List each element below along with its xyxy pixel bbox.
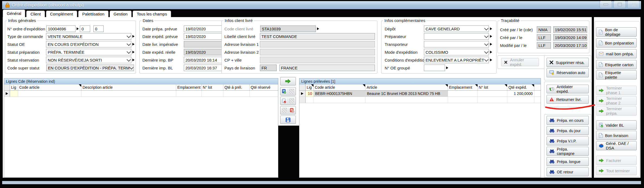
tab-client[interactable]: Client [26, 11, 45, 17]
green-arrow-right-icon [599, 99, 604, 103]
lookup-arrow-icon[interactable] [490, 59, 492, 61]
etiquette-carton-button[interactable]: Etiquette carton [596, 60, 637, 69]
col-emplacement[interactable]: Emplacement [448, 84, 478, 90]
table-row-empty[interactable] [299, 97, 541, 103]
depot-select[interactable]: CAVE GENELARD [424, 26, 489, 32]
lookup-arrow-icon[interactable] [490, 43, 492, 46]
cell-num-lot[interactable] [478, 91, 507, 97]
transfer-line-button[interactable] [280, 77, 296, 85]
statut-reservation-select[interactable]: NON RÉSERVÉ/DEJA SORTI [46, 57, 131, 63]
col-qte-reserve[interactable]: Qté réservé [250, 84, 276, 90]
lookup-arrow-icon[interactable] [77, 27, 79, 30]
derniere-imp-bp-field[interactable]: 20/03/2020 16:14 [184, 57, 224, 63]
bon-livraison-button[interactable]: Bon livraison [596, 131, 637, 140]
document-check-icon [599, 123, 603, 128]
lookup-arrow-icon[interactable] [490, 35, 492, 38]
green-arrow-right-icon [599, 109, 604, 113]
lookup-arrow-icon[interactable] [132, 59, 135, 61]
prepa-du-jour-button[interactable]: Prépa. du jour [547, 126, 589, 135]
col-code-article[interactable]: Code article [18, 84, 81, 90]
mode-expedition-select[interactable]: COLISSIMO [424, 49, 489, 55]
conditions-expedition-select[interactable]: ENLEVEMENT A LA PROPRIÉTÉ [424, 57, 489, 63]
cell-lig[interactable]: 10 [306, 91, 314, 97]
col-num-lot[interactable]: N° lot [478, 84, 508, 90]
chevron-down-icon [484, 42, 489, 46]
prepa-en-cours-button[interactable]: Prépa. en cours [547, 116, 589, 125]
tab-general[interactable]: Général [3, 9, 25, 17]
col-qte-a-prel[interactable]: Qté à prél. [223, 84, 250, 90]
select-all-lines-button[interactable] [280, 87, 296, 95]
mail-bon-prepa-button[interactable]: mail bon prépa. [596, 49, 637, 58]
transporteur-select[interactable] [424, 41, 489, 47]
lookup-arrow-icon[interactable] [132, 35, 135, 38]
terminer-prepa-button[interactable]: Terminer prépa. [596, 106, 637, 116]
lookup-arrow-icon[interactable] [490, 51, 492, 53]
col-emplacement[interactable]: Emplacement [176, 84, 202, 90]
minimize-button[interactable] [600, 1, 612, 8]
tab-palettisation[interactable]: Palettisation [78, 11, 109, 17]
cell-article[interactable]: Beaune 1C Brunet HDB 2013 NCRD 75 HB [365, 91, 448, 97]
lookup-arrow-icon[interactable] [317, 27, 319, 30]
lookup-arrow-icon[interactable] [132, 51, 135, 53]
cell-code-article[interactable]: BEBR-H0001375HBN [314, 91, 366, 97]
prepa-vip-button[interactable]: Prépa V.I.P. [547, 136, 589, 145]
code-super-statut-select[interactable]: EN COURS D'EXPÉDITION - PRÉPA. TERMINÉE-… [46, 65, 134, 71]
date-exped-prevue-field[interactable]: 19/02/2020 [184, 33, 224, 40]
prepa-campagne-button[interactable]: Prépa. campagne [547, 147, 589, 156]
cell-emplacement[interactable] [448, 91, 478, 97]
tab-complement[interactable]: Complément [46, 11, 77, 17]
num-ordre-sub2-field[interactable]: 0 [93, 26, 104, 32]
annuler-exped-button[interactable]: Annuler expéd. [501, 58, 539, 66]
chevron-down-icon [484, 34, 489, 38]
tout-terminer-button[interactable]: Tout terminer [596, 166, 637, 175]
lookup-arrow-icon[interactable] [446, 66, 448, 69]
table-row-selected[interactable]: 10 BEBR-H0001375HBN Beaune 1C Brunet HDB… [299, 91, 541, 97]
oe-retour-button[interactable]: OE retour [547, 167, 589, 176]
title-bar[interactable]: Ordre d'expédition (olhucorl:a:olhutpl) [2, 1, 641, 9]
prepa-longue-button[interactable]: Prépa. longue [547, 157, 589, 166]
libelle-client-field[interactable]: TEST COMMANDE [260, 33, 375, 40]
etiquette-palette-button[interactable]: Etiquette palette [596, 70, 637, 79]
date-prepa-prevue-field[interactable]: 19/02/2020 [184, 26, 224, 32]
table-row[interactable] [4, 91, 278, 97]
supprimer-resa-button[interactable]: Supprimer résa. [547, 58, 589, 67]
close-button[interactable] [627, 1, 640, 8]
col-qte-exped[interactable]: Qté expéd. [507, 84, 534, 90]
col-article[interactable]: Article [365, 84, 448, 90]
tab-tous-les-champs[interactable]: Tous les champs [133, 11, 171, 17]
col-num-lot[interactable]: N° lot [202, 84, 223, 90]
lookup-arrow-icon[interactable] [132, 43, 135, 46]
col-description-article[interactable]: Description article [81, 84, 176, 90]
tab-gestion[interactable]: Gestion [110, 11, 132, 17]
terminer-phase-2-button[interactable]: Terminer phase 2 [596, 96, 637, 105]
valider-bl-button[interactable]: Valider BL [596, 120, 637, 130]
statut-oe-select[interactable]: EN COURS D'EXPÉDITION [46, 41, 131, 47]
preparateur-select[interactable] [424, 33, 489, 40]
num-ordre-field[interactable]: 10004696 [46, 26, 76, 32]
oe-groupe-field[interactable] [424, 65, 445, 71]
col-code-article[interactable]: Code article [314, 84, 366, 90]
delete-lines-button[interactable] [280, 106, 296, 114]
derniere-imp-bl-field[interactable]: 20/03/2020 16:37 [184, 65, 224, 71]
type-commande-select[interactable]: VENTE NORMALE [46, 33, 131, 40]
statut-preparation-select[interactable]: PRÉPA. TERMINÉE [46, 49, 131, 55]
retourner-livr-button[interactable]: Retourner livr. [547, 95, 589, 104]
unselect-lines-button[interactable] [280, 97, 296, 105]
num-ordre-sub1-field[interactable]: 0 [80, 26, 90, 32]
terminer-phase-1-button[interactable]: Terminer phase 1 [596, 86, 637, 95]
lookup-arrow-icon[interactable] [490, 27, 492, 30]
bon-depilage-button[interactable]: Bon de dépilage [596, 27, 637, 37]
maximize-button[interactable] [613, 1, 626, 8]
facturer-button[interactable]: Facturer [596, 156, 637, 165]
cell-qte-exped[interactable]: 1 200,0000 [507, 91, 534, 97]
col-lig[interactable]: Lig [10, 84, 18, 90]
save-lines-button[interactable] [280, 116, 296, 124]
label-adresse-1: Adresse livraison 1 [224, 42, 260, 47]
antidater-exped-button[interactable]: Antidater expéd. [547, 85, 589, 93]
bon-preparation-button[interactable]: Bon préparation [596, 38, 637, 47]
col-lig[interactable]: Lig [306, 84, 314, 90]
reservation-auto-button[interactable]: Réservation auto [547, 68, 589, 77]
lignes-cde-table[interactable]: Lignes Cde (Réservation ind) Lig Code ar… [4, 78, 278, 177]
lignes-prelevees-table[interactable]: Lignes prélevées [1] Lig Code article Ar… [299, 78, 541, 177]
gene-dae-dsa-button[interactable]: Géné. DAE / DSA [596, 141, 637, 150]
